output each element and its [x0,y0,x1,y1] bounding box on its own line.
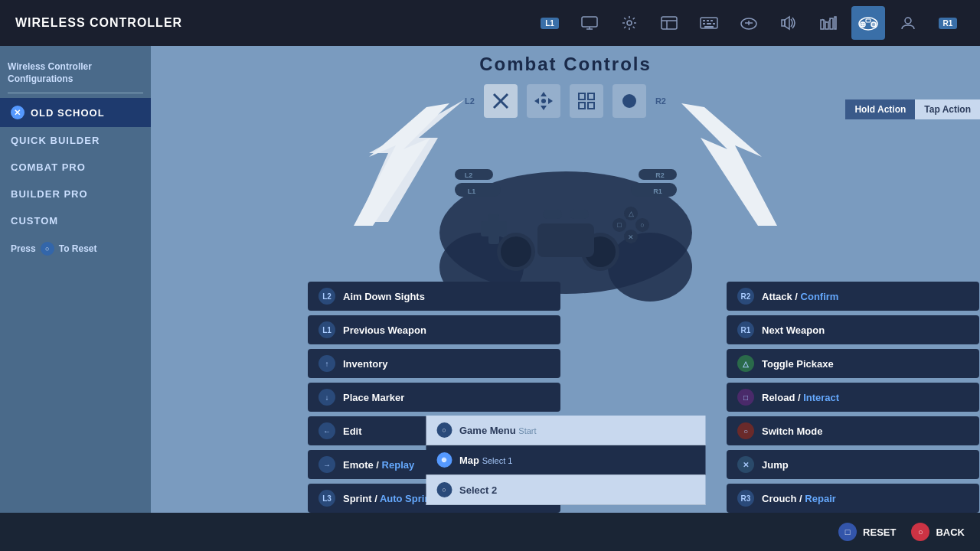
toggle-pickaxe-btn[interactable]: △ Toggle Pickaxe [727,349,979,378]
l1-label: L1 [541,18,559,29]
back-bottom-label: BACK [936,527,965,538]
svg-text:✕: ✕ [628,233,634,241]
svg-point-14 [745,22,746,24]
layout-icon[interactable] [652,6,686,40]
tap-action-button[interactable]: Tap Action [915,99,980,119]
svg-rect-56 [455,169,493,180]
aim-down-sights-label: Aim Down Sights [343,291,425,302]
reset-bottom-icon: □ [838,523,857,541]
controller-svg: L1 R1 L2 R2 △ ○ □ ✕ [424,133,707,302]
reload-btn[interactable]: □ Reload / Interact [727,383,979,412]
network-icon[interactable] [812,6,845,40]
right-icon: → [318,456,335,473]
sidebar-item-oldschool[interactable]: ✕ OLD SCHOOL [0,98,151,127]
l1-nav-badge[interactable]: L1 [533,6,567,40]
sidebar: Wireless Controller Configurations ✕ OLD… [0,46,151,551]
svg-point-43 [541,99,546,103]
svg-point-1 [627,21,632,25]
svg-rect-11 [713,23,715,24]
svg-line-24 [822,19,827,22]
l1-icon: L1 [318,321,335,338]
svg-marker-41 [534,98,539,104]
svg-text:L1: L1 [467,187,475,195]
input-type-row: L2 R2 [465,84,666,118]
controller-image: L1 R1 L2 R2 △ ○ □ ✕ [424,133,707,305]
dropdown-item-gamemenu[interactable]: ○ Game Menu Start [426,416,705,445]
page-title: Combat Controls [479,54,652,75]
svg-text:R1: R1 [653,187,662,195]
svg-point-36 [905,18,911,24]
circle-input-btn[interactable] [612,84,646,118]
triangle-icon: △ [737,355,754,372]
sprint-label: Sprint / Auto Sprint [343,493,434,504]
switch-mode-label: Switch Mode [762,425,822,437]
crouch-label: Crouch / Repair [762,493,836,504]
edit-label: Edit [343,425,362,437]
svg-rect-19 [782,20,785,26]
grid-input-btn[interactable] [570,84,603,118]
inventory-btn[interactable]: ↑ Inventory [308,349,560,378]
sidebar-item-combatpro[interactable]: COMBAT PRO [0,154,151,181]
app-title: WIRELESS CONTROLLER [15,16,182,30]
svg-rect-8 [710,20,713,21]
top-bar: WIRELESS CONTROLLER L1 [0,0,980,46]
previous-weapon-btn[interactable]: L1 Previous Weapon [308,315,560,344]
sidebar-item-builderpro[interactable]: BUILDER PRO [0,181,151,207]
svg-rect-55 [455,183,501,197]
hold-action-button[interactable]: Hold Action [845,99,915,119]
svg-rect-70 [570,210,589,219]
move-input-btn[interactable] [527,84,560,118]
back-bottom-icon: ○ [911,523,929,541]
svg-rect-69 [543,210,562,219]
audio-icon[interactable] [772,6,805,40]
x-input-btn[interactable] [484,84,518,118]
bottom-bar: □ RESET ○ BACK [0,513,980,551]
aim-down-sights-btn[interactable]: L2 Aim Down Sights [308,282,560,311]
reload-highlight: Interact [803,392,839,403]
monitor-icon[interactable] [573,6,606,40]
svg-rect-10 [707,23,711,24]
svg-text:L2: L2 [464,171,472,179]
svg-rect-44 [579,93,585,99]
main-content: Wireless Controller Configurations ✕ OLD… [0,46,980,551]
svg-point-34 [874,24,875,26]
sidebar-item-quickbuilder[interactable]: QUICK BUILDER [0,127,151,154]
r1-nav-badge[interactable]: R1 [931,6,965,40]
reset-bottom-btn[interactable]: □ RESET [838,523,896,541]
down-icon: ↓ [318,389,335,406]
next-weapon-btn[interactable]: R1 Next Weapon [727,315,979,344]
switch-mode-btn[interactable]: ○ Switch Mode [727,416,979,445]
sidebar-reset[interactable]: Press ○ To Reset [0,234,151,263]
svg-marker-40 [541,106,547,110]
gear-icon[interactable] [612,6,646,40]
gamepad-active-icon[interactable] [851,6,885,40]
reset-to-text: To Reset [59,243,97,254]
toggle-pickaxe-label: Toggle Pickaxe [762,358,834,370]
svg-marker-42 [548,98,553,104]
svg-rect-23 [835,17,836,29]
emote-highlight: Replay [382,459,415,471]
hold-tap-area: Hold Action Tap Action [845,99,980,119]
jump-btn[interactable]: ✕ Jump [727,450,979,479]
keyboard-icon[interactable] [692,6,726,40]
map-label: Map Select 1 [459,455,512,466]
sidebar-item-custom[interactable]: CUSTOM [0,207,151,234]
attack-confirm-btn[interactable]: R2 Attack / Confirm [727,282,979,311]
r2-badge: R2 [655,96,666,106]
svg-point-31 [872,23,874,24]
left-icon: ← [318,422,335,439]
place-marker-btn[interactable]: ↓ Place Marker [308,383,560,412]
user-icon[interactable] [891,6,925,40]
back-bottom-btn[interactable]: ○ BACK [911,523,965,541]
svg-point-30 [871,22,876,27]
crouch-btn[interactable]: R3 Crouch / Repair [727,484,979,513]
svg-rect-9 [703,23,705,24]
svg-text:○: ○ [640,221,644,229]
up-icon: ↑ [318,355,335,372]
controller-icon[interactable] [732,6,766,40]
dropdown-item-select2[interactable]: ○ Select 2 [426,475,705,505]
right-actions-panel: R2 Attack / Confirm R1 Next Weapon △ Tog… [727,282,979,513]
dropdown-item-map[interactable]: ⊕ Map Select 1 [426,445,705,475]
jump-label: Jump [762,459,789,471]
svg-rect-71 [537,223,594,257]
